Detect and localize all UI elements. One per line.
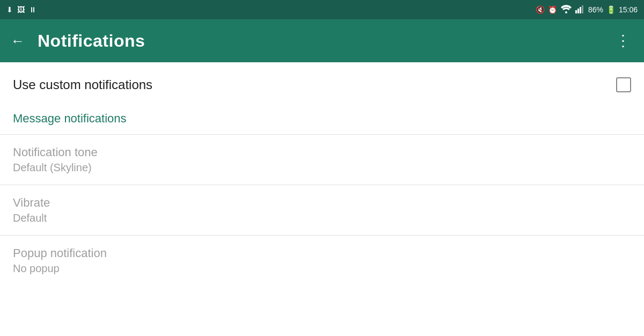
- vibrate-title: Vibrate: [13, 196, 631, 210]
- page-title: Notifications: [38, 31, 145, 51]
- wifi-icon: [560, 5, 572, 15]
- back-button[interactable]: ←: [9, 32, 27, 50]
- notification-tone-subtitle: Default (Skyline): [13, 162, 631, 174]
- image-icon: 🖼: [17, 5, 25, 14]
- signal-icon: [575, 5, 585, 15]
- popup-notification-item[interactable]: Popup notification No popup: [0, 235, 644, 286]
- more-options-button[interactable]: ⋮: [611, 31, 635, 50]
- vibrate-item[interactable]: Vibrate Default: [0, 185, 644, 235]
- svg-rect-1: [575, 10, 577, 13]
- notification-tone-item[interactable]: Notification tone Default (Skyline): [0, 134, 644, 185]
- status-bar-right-icons: 🔇 ⏰ 86% 🔋 15:06: [536, 5, 638, 15]
- alarm-icon: ⏰: [548, 5, 557, 14]
- svg-point-0: [565, 11, 567, 13]
- popup-notification-title: Popup notification: [13, 246, 631, 260]
- toolbar-left: ← Notifications: [9, 31, 145, 51]
- settings-content: Use custom notifications Message notific…: [0, 62, 644, 286]
- pause-icon: ⏸: [29, 5, 36, 14]
- popup-notification-subtitle: No popup: [13, 262, 631, 275]
- download-icon: ⬇: [6, 5, 13, 14]
- custom-notifications-checkbox[interactable]: [616, 77, 631, 92]
- section-header-text: Message notifications: [13, 112, 127, 125]
- notification-tone-title: Notification tone: [13, 145, 631, 159]
- custom-notifications-label: Use custom notifications: [13, 77, 152, 92]
- svg-rect-2: [577, 9, 579, 13]
- svg-rect-3: [580, 7, 581, 13]
- clock: 15:06: [619, 5, 638, 14]
- battery-icon: 🔋: [606, 5, 616, 14]
- svg-rect-4: [582, 5, 583, 13]
- battery-percent: 86%: [588, 5, 603, 14]
- vibrate-subtitle: Default: [13, 212, 631, 224]
- status-bar: ⬇ 🖼 ⏸ 🔇 ⏰ 86% 🔋 15:06: [0, 0, 644, 19]
- mute-icon: 🔇: [536, 5, 545, 14]
- toolbar: ← Notifications ⋮: [0, 19, 644, 62]
- message-notifications-section-header: Message notifications: [0, 107, 644, 134]
- custom-notifications-row[interactable]: Use custom notifications: [0, 62, 644, 107]
- status-bar-left-icons: ⬇ 🖼 ⏸: [6, 5, 36, 14]
